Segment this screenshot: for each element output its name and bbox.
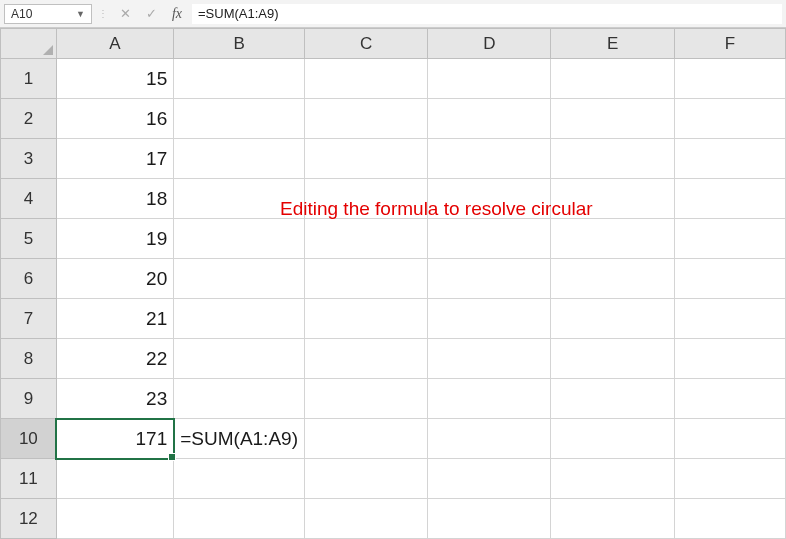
cell-B12[interactable] xyxy=(174,499,305,539)
cell-E9[interactable] xyxy=(551,379,674,419)
cell-B7[interactable] xyxy=(174,299,305,339)
row-header-9[interactable]: 9 xyxy=(1,379,57,419)
cell-C7[interactable] xyxy=(304,299,427,339)
cell-E6[interactable] xyxy=(551,259,674,299)
formula-input[interactable]: =SUM(A1:A9) xyxy=(192,4,782,24)
enter-icon[interactable]: ✓ xyxy=(140,4,162,24)
cell-D7[interactable] xyxy=(428,299,551,339)
cell-F7[interactable] xyxy=(674,299,785,339)
cell-D12[interactable] xyxy=(428,499,551,539)
cell-A2[interactable]: 16 xyxy=(56,99,173,139)
cell-C8[interactable] xyxy=(304,339,427,379)
cell-B2[interactable] xyxy=(174,99,305,139)
cell-C12[interactable] xyxy=(304,499,427,539)
cell-B5[interactable] xyxy=(174,219,305,259)
cell-A5[interactable]: 19 xyxy=(56,219,173,259)
cell-E3[interactable] xyxy=(551,139,674,179)
cell-D5[interactable] xyxy=(428,219,551,259)
cell-C6[interactable] xyxy=(304,259,427,299)
cell-D11[interactable] xyxy=(428,459,551,499)
cell-F12[interactable] xyxy=(674,499,785,539)
row-header-4[interactable]: 4 xyxy=(1,179,57,219)
cell-E11[interactable] xyxy=(551,459,674,499)
cell-E5[interactable] xyxy=(551,219,674,259)
row-header-1[interactable]: 1 xyxy=(1,59,57,99)
col-header-D[interactable]: D xyxy=(428,29,551,59)
cell-B6[interactable] xyxy=(174,259,305,299)
cell-D10[interactable] xyxy=(428,419,551,459)
select-all-corner[interactable] xyxy=(1,29,57,59)
name-box[interactable]: A10 ▼ xyxy=(4,4,92,24)
row-header-7[interactable]: 7 xyxy=(1,299,57,339)
row-header-5[interactable]: 5 xyxy=(1,219,57,259)
cell-E8[interactable] xyxy=(551,339,674,379)
cell-D2[interactable] xyxy=(428,99,551,139)
cell-A7[interactable]: 21 xyxy=(56,299,173,339)
cell-C2[interactable] xyxy=(304,99,427,139)
cell-C5[interactable] xyxy=(304,219,427,259)
row-header-11[interactable]: 11 xyxy=(1,459,57,499)
col-header-B[interactable]: B xyxy=(174,29,305,59)
cell-A12[interactable] xyxy=(56,499,173,539)
cell-B4[interactable] xyxy=(174,179,305,219)
cell-B10[interactable]: =SUM(A1:A9) xyxy=(174,419,305,459)
fx-icon[interactable]: fx xyxy=(166,4,188,24)
row-header-6[interactable]: 6 xyxy=(1,259,57,299)
cell-E4[interactable] xyxy=(551,179,674,219)
cell-F4[interactable] xyxy=(674,179,785,219)
cell-F5[interactable] xyxy=(674,219,785,259)
cell-A10[interactable]: 171 xyxy=(56,419,173,459)
separator: ⋮ xyxy=(96,8,110,19)
row-header-8[interactable]: 8 xyxy=(1,339,57,379)
col-header-F[interactable]: F xyxy=(674,29,785,59)
cell-A11[interactable] xyxy=(56,459,173,499)
cell-B1[interactable] xyxy=(174,59,305,99)
cell-C4[interactable] xyxy=(304,179,427,219)
row-header-12[interactable]: 12 xyxy=(1,499,57,539)
col-header-A[interactable]: A xyxy=(56,29,173,59)
cell-C3[interactable] xyxy=(304,139,427,179)
cell-E12[interactable] xyxy=(551,499,674,539)
cell-F1[interactable] xyxy=(674,59,785,99)
cell-D4[interactable] xyxy=(428,179,551,219)
cell-B9[interactable] xyxy=(174,379,305,419)
cell-B3[interactable] xyxy=(174,139,305,179)
cell-A3[interactable]: 17 xyxy=(56,139,173,179)
cell-B8[interactable] xyxy=(174,339,305,379)
cell-E1[interactable] xyxy=(551,59,674,99)
cell-F11[interactable] xyxy=(674,459,785,499)
cell-C9[interactable] xyxy=(304,379,427,419)
name-box-value: A10 xyxy=(11,7,32,21)
cell-D1[interactable] xyxy=(428,59,551,99)
cell-C1[interactable] xyxy=(304,59,427,99)
cell-F9[interactable] xyxy=(674,379,785,419)
cell-D6[interactable] xyxy=(428,259,551,299)
cell-D8[interactable] xyxy=(428,339,551,379)
cell-E10[interactable] xyxy=(551,419,674,459)
cell-C11[interactable] xyxy=(304,459,427,499)
col-header-E[interactable]: E xyxy=(551,29,674,59)
col-header-C[interactable]: C xyxy=(304,29,427,59)
cell-D9[interactable] xyxy=(428,379,551,419)
cell-C10[interactable] xyxy=(304,419,427,459)
cell-B11[interactable] xyxy=(174,459,305,499)
cell-A1[interactable]: 15 xyxy=(56,59,173,99)
cell-E7[interactable] xyxy=(551,299,674,339)
cell-A6[interactable]: 20 xyxy=(56,259,173,299)
cell-F3[interactable] xyxy=(674,139,785,179)
cell-E2[interactable] xyxy=(551,99,674,139)
cell-F6[interactable] xyxy=(674,259,785,299)
formula-bar: A10 ▼ ⋮ ✕ ✓ fx =SUM(A1:A9) xyxy=(0,0,786,28)
cell-F2[interactable] xyxy=(674,99,785,139)
chevron-down-icon[interactable]: ▼ xyxy=(76,9,85,19)
row-header-10[interactable]: 10 xyxy=(1,419,57,459)
cell-A4[interactable]: 18 xyxy=(56,179,173,219)
row-header-2[interactable]: 2 xyxy=(1,99,57,139)
cell-A8[interactable]: 22 xyxy=(56,339,173,379)
cell-A9[interactable]: 23 xyxy=(56,379,173,419)
cell-D3[interactable] xyxy=(428,139,551,179)
cell-F8[interactable] xyxy=(674,339,785,379)
cell-F10[interactable] xyxy=(674,419,785,459)
cancel-icon[interactable]: ✕ xyxy=(114,4,136,24)
row-header-3[interactable]: 3 xyxy=(1,139,57,179)
